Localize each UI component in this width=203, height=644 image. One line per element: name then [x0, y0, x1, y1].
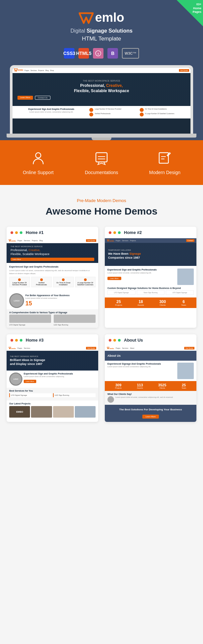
demo-card-home3[interactable]: Home #3 emlo Pages Services Get Quote TH… — [7, 334, 98, 422]
demo-card-home2-header: Home #2 — [105, 227, 196, 238]
feature-documentations-label: Documentations — [70, 170, 133, 175]
demos-section: Pre-Made Modern Demos Awesome Home Demos… — [0, 185, 203, 432]
laptop-outer: emlo Pages Services Projects Blog Shop G… — [10, 65, 193, 134]
svg-marker-11 — [9, 240, 11, 241]
dot-green-2 — [118, 231, 121, 234]
logo-area: emlo — [7, 10, 196, 25]
svg-rect-8 — [159, 153, 168, 163]
demos-pre-title: Pre-Made Modern Demos — [7, 198, 196, 203]
laptop-navbar: emlo Pages Services Projects Blog Shop G… — [13, 68, 190, 73]
demo-card-home2[interactable]: Home #2 emlo Pages Services Projects Con… — [105, 227, 196, 328]
laptop-hero-content: THE BEST WORKSPACE SERVICE Professional,… — [13, 73, 190, 106]
dot-yellow-3 — [15, 339, 18, 342]
documentations-icon — [93, 150, 110, 167]
dot-red-3 — [11, 339, 13, 342]
svg-rect-5 — [96, 153, 107, 162]
demo-card-home3-header: Home #3 — [7, 334, 98, 346]
tech-icons-row: CSS3 HTML5 S B W3C™ — [7, 48, 196, 59]
dot-yellow-4 — [113, 339, 116, 342]
feature-online-support: Online Support — [7, 150, 70, 175]
demos-grid: Home #1 emlo Pages Services Projects Blo… — [7, 227, 196, 422]
dot-red-2 — [109, 231, 111, 234]
css3-icon: CSS3 — [64, 48, 74, 59]
feature-modern-design: Modern Design — [133, 150, 196, 175]
dot-yellow-2 — [113, 231, 116, 234]
demo-card-home1-header: Home #1 — [7, 227, 98, 238]
svg-marker-3 — [14, 69, 17, 71]
logo-icon — [79, 10, 94, 25]
about-cta-title: The Best Solutions For Developing Your B… — [108, 408, 193, 411]
feature-online-support-label: Online Support — [7, 170, 70, 175]
dot-red-1 — [11, 231, 13, 234]
demo-card-home1-title: Home #1 — [26, 230, 44, 235]
laptop-stand — [92, 138, 111, 140]
laptop-logo: emlo — [14, 68, 23, 72]
svg-point-4 — [36, 153, 41, 158]
demo-card-home2-title: Home #2 — [124, 230, 142, 235]
about-thumbnail: emlo Pages Services About Get Quote Abou… — [105, 346, 196, 422]
svg-marker-12 — [107, 240, 109, 241]
feature-documentations: Documentations — [70, 150, 133, 175]
hero-section: 03+ Home Pages emlo Digital Signage Solu… — [0, 0, 203, 140]
demos-main-title: Awesome Home Demos — [7, 206, 196, 217]
features-bar: Online Support Documentations Modern Des… — [0, 140, 203, 185]
demo1-thumbnail: emlo Pages Services Projects Blog Get Qu… — [7, 238, 98, 328]
svg-marker-13 — [9, 347, 11, 349]
online-support-icon — [30, 150, 46, 167]
svg-marker-14 — [107, 347, 109, 349]
about-hero-title: About Us — [107, 354, 121, 357]
laptop-info-bar: Experienced Sign And Graphic Professiona… — [13, 106, 190, 118]
badge-text: 03+ Home Pages — [192, 3, 201, 14]
modern-design-icon — [157, 150, 173, 167]
about-cta-btn[interactable]: Learn More — [142, 415, 159, 419]
logo-text: emlo — [95, 11, 124, 25]
sass-icon: S — [93, 48, 103, 59]
dot-yellow-1 — [15, 231, 18, 234]
demo2-thumbnail: emlo Pages Services Projects Contact Tem… — [105, 238, 196, 308]
dot-green-1 — [20, 231, 22, 234]
demo-card-about-header: About Us — [105, 334, 196, 346]
dot-green-3 — [20, 339, 22, 342]
demo3-thumbnail: emlo Pages Services Get Quote THE BEST S… — [7, 346, 98, 420]
laptop-screen: emlo Pages Services Projects Blog Shop G… — [13, 68, 190, 134]
laptop-base — [7, 134, 196, 138]
demo-card-about[interactable]: About Us emlo Pages Services About Get Q… — [105, 334, 196, 422]
dot-red-4 — [109, 339, 111, 342]
bootstrap-icon: B — [107, 48, 118, 59]
feature-modern-design-label: Modern Design — [133, 170, 196, 175]
dot-green-4 — [118, 339, 121, 342]
big-number: 15 — [25, 300, 96, 307]
svg-marker-0 — [79, 13, 93, 23]
demo-card-home3-title: Home #3 — [26, 338, 44, 343]
svg-text:S: S — [98, 53, 99, 55]
demo-card-home1[interactable]: Home #1 emlo Pages Services Projects Blo… — [7, 227, 98, 328]
hero-subtitle: Digital Signage Solutions — [7, 28, 196, 34]
html5-icon: HTML5 — [78, 48, 89, 59]
laptop-mockup: emlo Pages Services Projects Blog Shop G… — [3, 65, 200, 140]
hero-title-main: HTML Template — [7, 36, 196, 42]
w3c-icon: W3C™ — [122, 48, 139, 59]
demo-card-about-title: About Us — [124, 338, 143, 343]
